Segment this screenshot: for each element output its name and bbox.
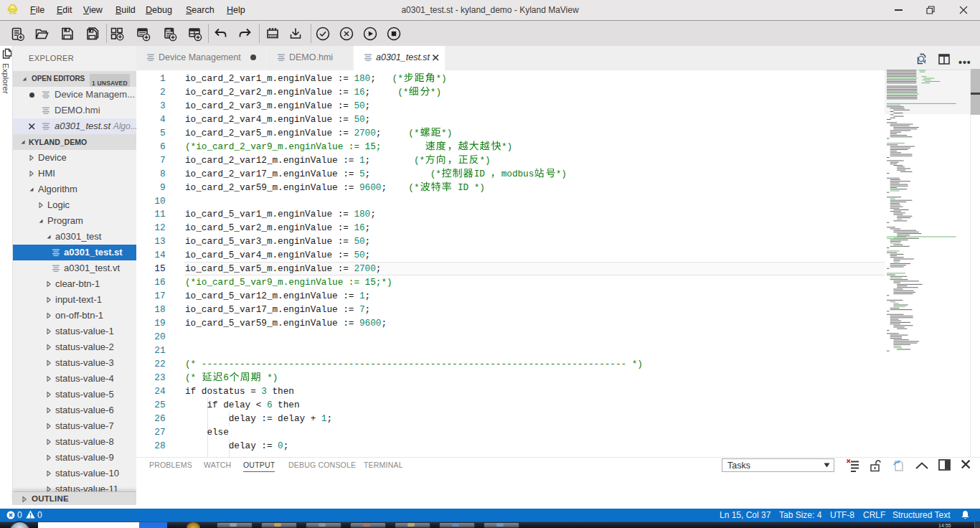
svg-text:HMI: HMI (166, 29, 171, 32)
